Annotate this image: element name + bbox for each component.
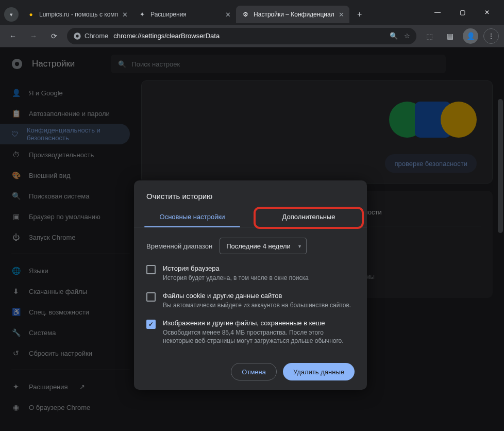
option-subtitle: Вы автоматически выйдете из аккаунтов на… [163,301,351,310]
checkbox[interactable] [146,265,156,274]
minimize-button[interactable]: — [428,5,447,20]
favicon-ext-icon: ✦ [138,10,146,19]
delete-data-button[interactable]: Удалить данные [283,363,355,380]
reload-button[interactable]: ⟳ [46,28,62,44]
search-icon[interactable]: 🔍 [390,32,398,40]
cancel-button[interactable]: Отмена [231,363,277,380]
dialog-footer: Отмена Удалить данные [134,358,367,380]
tab-title: Расширения [150,11,221,18]
close-window-button[interactable]: ✕ [477,5,497,20]
tabs-row: ▾ ● Lumpics.ru - помощь с комп ✕ ✦ Расши… [4,2,428,23]
clear-data-dialog: Очистить историю Основные настройки Допо… [134,180,367,390]
tab-close-icon[interactable]: ✕ [225,11,231,19]
checkbox-row-history[interactable]: История браузераИстория будет удалена, в… [146,264,355,283]
url-text: chrome://settings/clearBrowserData [113,32,384,40]
titlebar: ▾ ● Lumpics.ru - помощь с комп ✕ ✦ Расши… [0,0,504,25]
new-tab-button[interactable]: + [352,7,367,22]
checkbox-row-cache[interactable]: Изображения и другие файлы, сохраненные … [146,319,355,346]
time-range-select[interactable]: Последние 4 недели [220,238,307,254]
checkbox-row-cookies[interactable]: Файлы cookie и другие данные сайтовВы ав… [146,292,355,310]
dialog-title: Очистить историю [134,180,367,208]
tab-advanced[interactable]: Дополнительные [250,208,367,227]
time-range-row: Временной диапазон Последние 4 недели [146,238,355,254]
highlight-annotation [254,207,364,229]
profile-avatar[interactable]: 👤 [463,28,478,44]
tab-settings[interactable]: ⚙ Настройки – Конфиденциал ✕ [236,6,349,23]
site-chip[interactable]: Chrome [73,32,108,40]
option-title: Изображения и другие файлы, сохраненные … [163,319,355,327]
checkbox[interactable] [146,320,156,329]
time-range-label: Временной диапазон [146,242,212,250]
tab-basic[interactable]: Основные настройки [134,208,250,227]
settings-page: Настройки 🔍 Поиск настроек 👤Я и Google 📋… [0,47,504,431]
tab-label: Основные настройки [160,213,225,221]
tab-close-icon[interactable]: ✕ [122,11,128,19]
browser-toolbar: ← → ⟳ Chrome chrome://settings/clearBrow… [0,25,504,47]
back-button[interactable]: ← [5,28,21,44]
option-subtitle: Освободится менее 85,4 МБ пространства. … [163,328,355,346]
option-title: История браузера [163,264,309,272]
site-chip-label: Chrome [85,32,108,40]
tab-extensions[interactable]: ✦ Расширения ✕ [133,6,236,23]
extensions-icon[interactable]: ⬚ [422,28,437,44]
option-subtitle: История будет удалена, в том числе в окн… [163,274,309,283]
forward-button[interactable]: → [26,28,41,44]
tab-search-button[interactable]: ▾ [4,7,19,22]
menu-button[interactable]: ⋮ [483,28,499,44]
svg-point-1 [76,35,78,37]
checkbox[interactable] [146,292,156,302]
favicon-lumpics-icon: ● [27,10,35,19]
tab-title: Настройки – Конфиденциал [254,11,334,18]
option-title: Файлы cookie и другие данные сайтов [163,292,351,300]
window-controls: — ▢ ✕ [428,5,500,20]
tab-lumpics[interactable]: ● Lumpics.ru - помощь с комп ✕ [22,6,133,23]
favicon-settings-icon: ⚙ [241,10,249,19]
dialog-tabs: Основные настройки Дополнительные [134,208,367,227]
side-panel-icon[interactable]: ▤ [442,28,458,44]
select-value: Последние 4 недели [226,242,291,250]
tab-close-icon[interactable]: ✕ [339,11,344,19]
address-bar[interactable]: Chrome chrome://settings/clearBrowserDat… [67,28,416,44]
tab-title: Lumpics.ru - помощь с комп [39,11,118,18]
chrome-icon [73,32,81,40]
maximize-button[interactable]: ▢ [452,5,472,20]
bookmark-icon[interactable]: ☆ [404,32,410,40]
